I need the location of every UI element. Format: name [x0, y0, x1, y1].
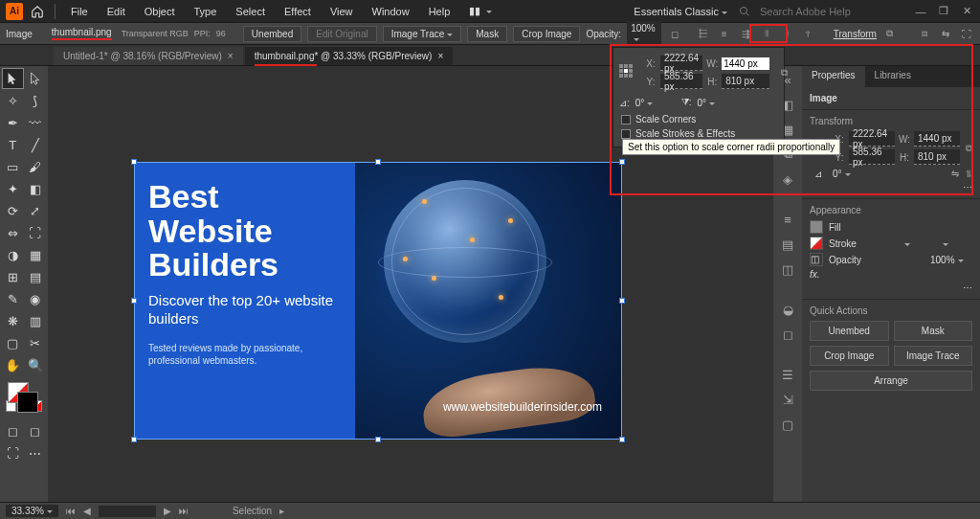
fx-label[interactable]: fx. — [810, 269, 820, 280]
stroke-swatch-mini[interactable] — [810, 237, 823, 250]
type-tool[interactable]: T — [2, 134, 24, 155]
transform-link[interactable]: Transform — [834, 29, 877, 39]
pop-y-field[interactable]: 585.36 px — [660, 74, 702, 89]
menu-view[interactable]: View — [323, 3, 360, 20]
width-tool[interactable]: ⇔ — [2, 222, 24, 243]
pen-tool[interactable]: ✒ — [2, 112, 24, 133]
pop-w-input[interactable] — [722, 57, 769, 70]
draw-behind-icon[interactable]: ◻ — [25, 420, 47, 441]
resize-handle[interactable] — [619, 298, 625, 304]
artboard-tool[interactable]: ▢ — [2, 332, 24, 353]
slice-tool[interactable]: ✂ — [25, 332, 47, 353]
h-field[interactable]: 810 px — [914, 149, 960, 165]
gradient-panel-icon[interactable]: ▤ — [778, 235, 797, 254]
menu-select[interactable]: Select — [229, 3, 272, 20]
free-transform-tool[interactable]: ⛶ — [25, 222, 47, 243]
artboard-nav-field[interactable] — [99, 506, 156, 517]
align-bottom-icon[interactable]: ⫯ — [801, 26, 816, 41]
pop-shear-field[interactable]: 0° — [698, 98, 738, 108]
menu-type[interactable]: Type — [188, 3, 224, 20]
tab-libraries[interactable]: Libraries — [865, 66, 921, 87]
menu-file[interactable]: File — [64, 3, 95, 20]
zoom-level[interactable]: 33.33% — [6, 505, 58, 517]
nav-prev-icon[interactable]: ◀ — [83, 506, 91, 516]
window-minimize-icon[interactable]: — — [913, 6, 928, 17]
blend-tool[interactable]: ◉ — [25, 288, 47, 309]
unembed-button[interactable]: Unembed — [243, 26, 301, 42]
stroke-profile-field[interactable] — [940, 238, 972, 249]
stroke-swatch[interactable] — [17, 392, 38, 413]
resize-handle[interactable] — [619, 437, 625, 442]
resize-handle[interactable] — [131, 159, 137, 165]
lasso-tool[interactable]: ⟆ — [25, 90, 47, 111]
chevron-right-icon[interactable]: ▸ — [279, 506, 284, 516]
graphic-styles-panel-icon[interactable]: ◻ — [778, 325, 797, 344]
symbols-panel-icon[interactable]: ◈ — [778, 169, 797, 189]
align-hcenter-icon[interactable]: ≡ — [717, 26, 732, 41]
menu-effect[interactable]: Effect — [278, 3, 318, 20]
eraser-tool[interactable]: ◧ — [25, 178, 47, 199]
window-restore-icon[interactable]: ❐ — [936, 6, 951, 17]
pop-rotate-field[interactable]: 0° — [635, 98, 676, 108]
draw-normal-icon[interactable]: ◻ — [2, 420, 24, 441]
resize-handle[interactable] — [619, 159, 625, 165]
scale-tool[interactable]: ⤢ — [25, 200, 47, 221]
appearance-panel-icon[interactable]: ◒ — [778, 300, 797, 319]
quick-mask-button[interactable]: Mask — [894, 321, 973, 341]
quick-crop-button[interactable]: Crop Image — [810, 346, 889, 366]
nav-first-icon[interactable]: ⏮ — [66, 506, 76, 516]
nav-next-icon[interactable]: ▶ — [164, 506, 171, 516]
resize-handle[interactable] — [131, 298, 137, 304]
crop-image-button[interactable]: Crop Image — [513, 26, 580, 42]
close-icon[interactable]: × — [437, 51, 443, 61]
ctrl-icon-2[interactable]: ⇆ — [938, 26, 953, 41]
eyedropper-tool[interactable]: ✎ — [2, 288, 24, 309]
opacity-value-field[interactable]: 100% — [930, 255, 972, 265]
constrain-proportions-icon[interactable]: ⧉ — [781, 67, 788, 79]
close-icon[interactable]: × — [228, 51, 234, 61]
style-icon[interactable]: ◻ — [667, 26, 682, 41]
pop-x-field[interactable]: 2222.64 px — [660, 56, 702, 71]
more-options-icon[interactable]: ⋯ — [963, 182, 972, 192]
stroke-weight-field[interactable] — [902, 238, 934, 249]
workspace-switcher[interactable]: Essentials Classic — [628, 4, 733, 19]
align-top-icon[interactable]: ⫴ — [759, 26, 774, 41]
screen-mode-icon[interactable]: ⛶ — [2, 442, 24, 463]
stroke-panel-icon[interactable]: ≡ — [778, 210, 797, 229]
linked-filename[interactable]: thumbnail.png — [52, 27, 112, 40]
menu-object[interactable]: Object — [138, 3, 182, 20]
fill-stroke-swatches[interactable] — [2, 380, 46, 422]
hand-tool[interactable]: ✋ — [2, 354, 24, 375]
layers-panel-icon[interactable]: ☰ — [778, 365, 797, 384]
more-options-icon[interactable]: ⋯ — [963, 282, 972, 293]
asset-export-panel-icon[interactable]: ⇲ — [778, 390, 797, 409]
selection-tool[interactable] — [2, 68, 24, 89]
opacity-field[interactable]: 100% — [627, 21, 661, 46]
mesh-tool[interactable]: ⊞ — [2, 266, 24, 287]
home-icon[interactable] — [29, 3, 46, 20]
align-right-icon[interactable]: ⇶ — [738, 26, 753, 41]
graph-tool[interactable]: ▥ — [25, 310, 47, 331]
rotate-field[interactable]: 0° — [833, 169, 879, 179]
gradient-tool[interactable]: ▤ — [25, 266, 47, 287]
shape-builder-tool[interactable]: ◑ — [2, 244, 24, 265]
w-field[interactable]: 1440 px — [914, 131, 960, 147]
magic-wand-tool[interactable]: ✧ — [2, 90, 24, 111]
y-field[interactable]: 585.36 px — [849, 149, 895, 165]
nav-last-icon[interactable]: ⏭ — [179, 506, 189, 516]
document-tab[interactable]: Untitled-1* @ 38.16% (RGB/Preview) × — [54, 47, 243, 65]
rectangle-tool[interactable]: ▭ — [2, 156, 24, 177]
rotate-tool[interactable]: ⟳ — [2, 200, 24, 221]
flip-h-icon[interactable]: ⇋ — [951, 169, 959, 179]
selected-image[interactable]: BestWebsiteBuilders Discover the top 20+… — [134, 162, 622, 440]
zoom-tool[interactable]: 🔍 — [25, 354, 47, 375]
window-close-icon[interactable]: ✕ — [959, 6, 974, 17]
fill-swatch-mini[interactable] — [810, 220, 823, 234]
curvature-tool[interactable]: 〰 — [25, 112, 47, 133]
symbol-sprayer-tool[interactable]: ❋ — [2, 310, 24, 331]
image-trace-button[interactable]: Image Trace — [383, 26, 462, 42]
menu-extra-icon[interactable]: ▮▮ — [462, 2, 499, 20]
isolate-icon[interactable]: ⧉ — [882, 26, 898, 41]
flip-v-icon[interactable]: ⥮ — [965, 169, 972, 179]
reference-point-icon[interactable] — [619, 64, 633, 81]
